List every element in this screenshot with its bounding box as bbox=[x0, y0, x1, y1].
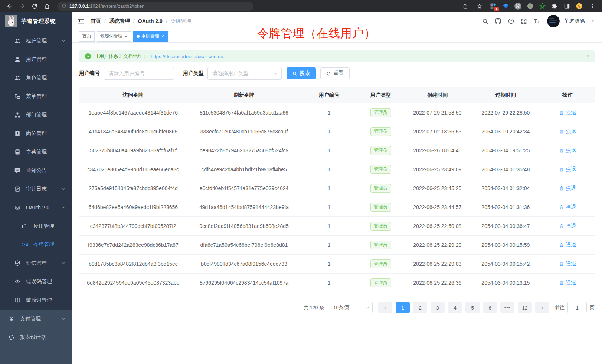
command-icon[interactable]: ⌘ bbox=[514, 2, 522, 10]
puzzle-icon[interactable] bbox=[550, 2, 559, 10]
force-logout-button[interactable]: 强退 bbox=[559, 166, 576, 173]
sidebar-item-post[interactable]: 岗位管理 bbox=[0, 124, 72, 143]
caret-down-icon[interactable] bbox=[591, 19, 595, 23]
tab-sensitive[interactable]: 敏感词管理 bbox=[97, 31, 131, 42]
column-header: 操作 bbox=[540, 87, 595, 103]
access-token-cell: 54d6be82ee5a460a9aedc1f9bf223656 bbox=[79, 198, 187, 217]
force-logout-button[interactable]: 强退 bbox=[559, 223, 576, 229]
force-logout-button[interactable]: 强退 bbox=[559, 204, 576, 211]
force-logout-button[interactable]: 强退 bbox=[559, 128, 576, 135]
page-button-12[interactable]: 12 bbox=[518, 302, 532, 313]
page-size-select[interactable]: 10条/页 bbox=[330, 302, 373, 313]
breadcrumb-item[interactable]: 系统管理 bbox=[109, 18, 130, 24]
user-type-cell: 管理员 bbox=[357, 103, 404, 122]
user-type-select[interactable]: 请选择用户类型 bbox=[207, 67, 282, 80]
force-logout-button[interactable]: 强退 bbox=[559, 261, 576, 267]
more-pages-button[interactable]: ••• bbox=[500, 302, 514, 313]
prev-page-button[interactable] bbox=[378, 302, 392, 313]
page-button-5[interactable]: 5 bbox=[465, 302, 480, 313]
alert-close-icon[interactable]: × bbox=[586, 53, 589, 59]
main-area: 令牌管理（在线用户） 首页/系统管理/OAuth 2.0/令牌管理 芋道源码 首… bbox=[72, 12, 602, 364]
forward-icon[interactable] bbox=[17, 1, 27, 11]
doc-link[interactable]: https://doc.iocoder.cn/user-center/ bbox=[151, 54, 223, 59]
sidebar-item-errcode[interactable]: 错误码管理 bbox=[0, 272, 72, 291]
sidebar-item-sms[interactable]: 短信管理 bbox=[0, 254, 72, 272]
action-cell: 强退 bbox=[540, 198, 595, 217]
user-icon bbox=[14, 56, 21, 63]
emoji-icon[interactable] bbox=[575, 2, 583, 10]
sidebar-item-menu[interactable]: 菜单管理 bbox=[0, 87, 72, 106]
browser-menu-icon[interactable] bbox=[588, 1, 598, 11]
force-logout-button[interactable]: 强退 bbox=[559, 147, 576, 154]
page-button-6[interactable]: 6 bbox=[483, 302, 497, 313]
page-button-4[interactable]: 4 bbox=[448, 302, 462, 313]
next-page-button[interactable] bbox=[535, 302, 549, 313]
user-type-badge: 管理员 bbox=[370, 146, 391, 155]
font-size-icon[interactable] bbox=[533, 18, 541, 24]
github-icon[interactable] bbox=[495, 18, 501, 24]
user-avatar[interactable] bbox=[547, 15, 560, 27]
user-id-cell: 1 bbox=[301, 274, 357, 292]
username-label[interactable]: 芋道源码 bbox=[564, 18, 585, 24]
sidebar-item-dict[interactable]: 字典管理 bbox=[0, 143, 72, 161]
back-icon[interactable] bbox=[4, 1, 14, 11]
sidebar-item-audit[interactable]: 审计日志 bbox=[0, 180, 72, 198]
search-button[interactable]: 搜索 bbox=[287, 67, 316, 79]
fullscreen-icon[interactable] bbox=[521, 18, 527, 24]
bookmark-star-icon[interactable] bbox=[475, 1, 484, 11]
breadcrumb-item[interactable]: 首页 bbox=[91, 18, 101, 24]
chevron-down-icon bbox=[273, 71, 278, 76]
gem-icon[interactable] bbox=[501, 2, 510, 10]
column-header: 用户类型 bbox=[357, 87, 404, 103]
page-button-3[interactable]: 3 bbox=[431, 302, 445, 313]
created-time-cell: 2022-06-25 22:50:08 bbox=[404, 217, 471, 236]
sidebar-item-token[interactable]: 令牌管理 bbox=[0, 235, 72, 254]
sidebar-collapse-icon[interactable] bbox=[77, 17, 85, 25]
sidebar-item-dept[interactable]: 部门管理 bbox=[0, 106, 72, 124]
user-type-badge: 管理员 bbox=[370, 203, 391, 212]
user-type-badge: 管理员 bbox=[370, 108, 391, 117]
green-star-icon[interactable] bbox=[538, 2, 546, 10]
page-button-1[interactable]: 1 bbox=[396, 302, 410, 313]
address-bar[interactable]: 127.0.0.1:1024/system/oauth2/token bbox=[57, 2, 253, 11]
refresh-token-cell: 49d1aa46d1454fbd87591444423be9fa bbox=[187, 198, 301, 217]
expire-time-cell: 2054-03-04 00:13:15 bbox=[471, 274, 541, 292]
home-icon[interactable] bbox=[42, 1, 52, 11]
tab-token[interactable]: 令牌管理 bbox=[133, 31, 168, 42]
close-icon[interactable] bbox=[161, 34, 164, 38]
sidebar-item-label: 租户管理 bbox=[26, 37, 47, 44]
force-logout-button[interactable]: 强退 bbox=[559, 279, 576, 286]
share-icon[interactable] bbox=[460, 1, 470, 11]
sidebar-item-notice[interactable]: 通知公告 bbox=[0, 161, 72, 180]
sidebar-item-tenant[interactable]: 租户管理 bbox=[0, 32, 72, 50]
sidebar-item-report[interactable]: 报表设计器 bbox=[0, 328, 72, 347]
tab-home[interactable]: 首页 bbox=[79, 31, 95, 42]
sidebar-item-app[interactable]: 应用管理 bbox=[0, 217, 72, 235]
app-logo[interactable]: 芋道管理系统 bbox=[0, 12, 72, 30]
record-icon[interactable] bbox=[526, 2, 534, 10]
help-icon[interactable] bbox=[508, 18, 514, 24]
close-icon[interactable] bbox=[124, 34, 128, 38]
sidebar-item-oauth[interactable]: OAuth 2.0 bbox=[0, 198, 72, 217]
reload-icon[interactable] bbox=[30, 1, 39, 11]
table-row: f9336e7c7dd242a283ee98dc86b17a87dfa6c71a… bbox=[79, 236, 595, 255]
sidebar-item-pay[interactable]: 支付管理 bbox=[0, 310, 72, 328]
force-logout-button[interactable]: 强退 bbox=[559, 109, 576, 116]
user-id-input[interactable] bbox=[104, 67, 174, 80]
side-panel-icon[interactable] bbox=[563, 2, 571, 10]
user-type-cell: 管理员 bbox=[357, 274, 404, 292]
sidebar-item-user[interactable]: 用户管理 bbox=[0, 50, 72, 69]
jump-page-input[interactable] bbox=[567, 302, 587, 313]
id-badge-icon bbox=[14, 130, 21, 137]
force-logout-button[interactable]: 强退 bbox=[559, 242, 576, 248]
breadcrumb-item[interactable]: OAuth 2.0 bbox=[138, 18, 163, 24]
reset-button[interactable]: 重置 bbox=[320, 67, 350, 79]
sidebar-item-role[interactable]: 角色管理 bbox=[0, 69, 72, 87]
sidebar-item-sensitive[interactable]: 敏感词管理 bbox=[0, 291, 72, 310]
table-row: 41c41346a548490f9dc8b01c6bfe0865333ecfc7… bbox=[79, 122, 595, 141]
extension-grid-icon[interactable]: 9 bbox=[489, 2, 497, 10]
breadcrumb-separator: / bbox=[166, 18, 167, 24]
page-button-2[interactable]: 2 bbox=[413, 302, 427, 313]
search-icon[interactable] bbox=[482, 18, 488, 24]
force-logout-button[interactable]: 强退 bbox=[559, 185, 576, 192]
